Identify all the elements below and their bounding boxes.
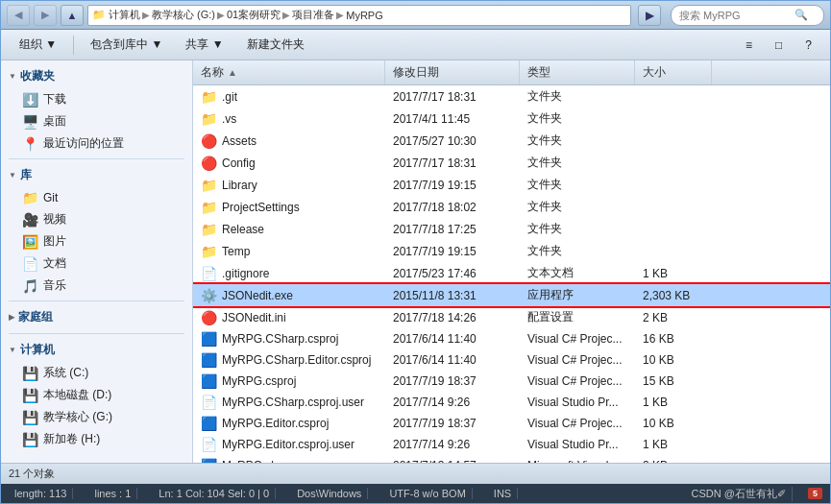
include-library-button[interactable]: 包含到库中 ▼ [80,33,173,58]
col-header-type[interactable]: 类型 [520,60,635,84]
file-icon: 🔴 [201,133,217,149]
file-icon: 🟦 [201,352,217,368]
file-type: 文件夹 [520,109,635,128]
table-row[interactable]: 🟦 MyRPG.csproj 2017/7/19 18:37 Visual C#… [193,371,830,392]
go-button[interactable]: ▶ [638,5,661,26]
table-row[interactable]: 📁 Library 2017/7/19 19:15 文件夹 [193,174,830,196]
documents-icon: 📄 [22,256,38,272]
table-row[interactable]: 📁 ProjectSettings 2017/7/18 18:02 文件夹 [193,196,830,218]
addr-part-1: 计算机 [109,8,140,22]
libraries-header[interactable]: ▼ 库 [1,163,192,187]
file-icon: 📄 [201,437,217,452]
file-type: 配置设置 [520,308,635,326]
sidebar-item-video[interactable]: 🎥 视频 [1,208,192,230]
sidebar-item-recent[interactable]: 📍 最近访问的位置 [1,132,192,155]
search-input[interactable] [679,10,794,21]
file-size [635,118,712,120]
sidebar-item-label: 系统 (C:) [43,365,88,381]
file-size: 10 KB [635,416,712,431]
view-toggle-button[interactable]: ≡ [735,33,763,58]
favorites-header[interactable]: ▼ 收藏夹 [1,64,192,88]
organize-button[interactable]: 组织 ▼ [9,33,67,58]
homegroup-header[interactable]: ▶ 家庭组 [1,305,192,329]
sidebar-item-label: 最近访问的位置 [43,135,124,152]
sidebar-item-desktop[interactable]: 🖥️ 桌面 [1,110,192,132]
video-icon: 🎥 [22,212,38,228]
help-button[interactable]: ? [794,33,822,58]
table-row[interactable]: 📁 Temp 2017/7/19 19:15 文件夹 [193,240,830,262]
file-name: MyRPG.CSharp.csproj [222,332,338,346]
editor-encoding: Dos\Windows [291,488,368,499]
sidebar-item-c[interactable]: 💾 系统 (C:) [1,362,192,384]
forward-button[interactable]: ▶ [34,5,57,26]
table-row[interactable]: 🟦 MyRPG.Editor.csproj 2017/7/19 18:37 Vi… [193,413,830,434]
status-bar: 21 个对象 [1,463,830,484]
sidebar-divider-3 [9,333,184,334]
file-date: 2017/7/14 9:26 [385,395,520,410]
c-drive-icon: 💾 [22,366,38,381]
table-row[interactable]: 🔴 Assets 2017/5/27 10:30 文件夹 [193,130,830,152]
favorites-triangle: ▼ [9,72,16,81]
file-size [635,140,712,142]
git-icon: 📁 [22,190,38,205]
file-name: .gitignore [222,267,269,280]
column-header-row: 名称▲ 修改日期 类型 大小 [193,60,830,85]
address-bar[interactable]: 📁 计算机 ▶ 教学核心 (G:) ▶ 01案例研究 ▶ 项目准备 ▶ MyRP… [87,5,631,26]
new-folder-button[interactable]: 新建文件夹 [236,33,315,58]
table-row[interactable]: 📄 .gitignore 2017/5/23 17:46 文本文档 1 KB [193,262,830,284]
file-area[interactable]: 名称▲ 修改日期 类型 大小 📁 .git 2017/7/17 18:31 文件… [193,60,830,463]
table-row[interactable]: 📄 MyRPG.CSharp.csproj.user 2017/7/14 9:2… [193,392,830,413]
file-icon: 📁 [201,222,217,237]
search-box[interactable]: 🔍 [671,5,824,26]
table-row[interactable]: 🔴 Config 2017/7/17 18:31 文件夹 [193,152,830,174]
sidebar-item-git[interactable]: 📁 Git [1,187,192,208]
addr-part-2: 教学核心 (G:) [152,8,215,22]
sidebar-item-download[interactable]: ⬇️ 下载 [1,88,192,110]
up-button[interactable]: ▲ [61,5,84,26]
file-name: Release [222,223,264,236]
share-button[interactable]: 共享 ▼ [175,33,233,58]
table-row[interactable]: 📁 Release 2017/7/18 17:25 文件夹 [193,218,830,240]
table-row[interactable]: 🟦 MyRPG.CSharp.Editor.csproj 2017/6/14 1… [193,349,830,371]
table-row[interactable]: 📁 .vs 2017/4/1 11:45 文件夹 [193,108,830,130]
sidebar-item-documents[interactable]: 📄 文档 [1,252,192,275]
file-name: .git [222,90,237,104]
download-icon: ⬇️ [22,92,38,108]
file-type: Visual C# Projec... [520,331,635,347]
h-drive-icon: 💾 [22,432,38,447]
sidebar-item-pictures[interactable]: 🖼️ 图片 [1,230,192,252]
sidebar-item-music[interactable]: 🎵 音乐 [1,275,192,297]
table-row[interactable]: 🟦 MyRPG.sln 2017/7/13 14:57 Microsoft Vi… [193,455,830,463]
table-row[interactable]: 📁 .git 2017/7/17 18:31 文件夹 [193,85,830,108]
editor-status-bar: length: 113 lines : 1 Ln: 1 Col: 104 Sel… [1,484,830,503]
table-row[interactable]: 🔴 JSONedit.ini 2017/7/18 14:26 配置设置 2 KB [193,306,830,328]
back-button[interactable]: ◀ [7,5,30,26]
preview-pane-button[interactable]: □ [765,33,793,58]
file-date: 2017/7/19 19:15 [385,244,520,259]
editor-bom: UTF-8 w/o BOM [383,488,472,499]
sidebar-item-d[interactable]: 💾 本地磁盘 (D:) [1,384,192,406]
file-date: 2017/5/27 10:30 [385,133,520,149]
file-icon: 📁 [201,111,217,127]
table-row[interactable]: 📄 MyRPG.Editor.csproj.user 2017/7/14 9:2… [193,434,830,455]
sidebar-item-g[interactable]: 💾 教学核心 (G:) [1,406,192,428]
file-name: Config [222,156,256,170]
col-header-size[interactable]: 大小 [635,60,712,84]
file-size: 1 KB [635,395,712,410]
file-icon: ⚙️ [201,288,217,303]
sidebar-item-label: 新加卷 (H:) [43,431,100,447]
file-icon: 📄 [201,395,217,410]
table-row[interactable]: 🟦 MyRPG.CSharp.csproj 2017/6/14 11:40 Vi… [193,328,830,349]
col-header-name[interactable]: 名称▲ [193,60,385,84]
file-date: 2017/7/18 14:26 [385,310,520,325]
table-row[interactable]: ⚙️ JSONedit.exe 2015/11/8 13:31 应用程序 2,3… [193,284,830,306]
file-type: Visual C# Projec... [520,373,635,389]
col-header-date[interactable]: 修改日期 [385,60,520,84]
sidebar-item-h[interactable]: 💾 新加卷 (H:) [1,428,192,450]
file-icon: 🟦 [201,331,217,347]
addr-part-5: MyRPG [346,10,383,21]
computer-header[interactable]: ▼ 计算机 [1,338,192,362]
file-size [635,251,712,252]
sidebar-item-label: 音乐 [43,277,66,294]
file-name: MyRPG.CSharp.Editor.csproj [222,353,371,367]
